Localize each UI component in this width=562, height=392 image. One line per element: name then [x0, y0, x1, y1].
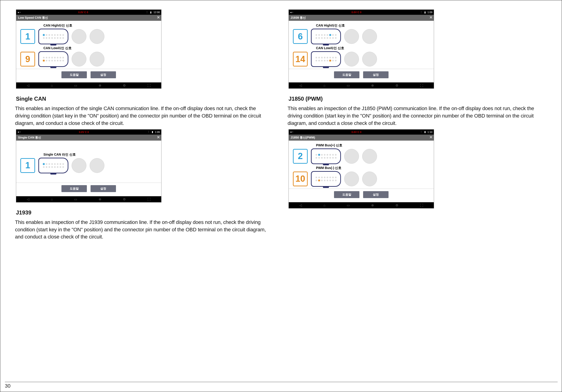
- indicator-circle[interactable]: [90, 29, 105, 44]
- pin-number-box[interactable]: 14: [293, 52, 308, 67]
- indicator-circle[interactable]: [72, 158, 86, 173]
- obd-connector-icon[interactable]: [38, 29, 68, 44]
- indicator-circle[interactable]: [344, 29, 359, 44]
- j1850-pwm-section: J1850 (PWM) This enables an inspection o…: [287, 96, 545, 208]
- indicator-circle[interactable]: [344, 52, 359, 67]
- indicator-circle[interactable]: [362, 52, 377, 67]
- android-nav-bar: ◁ ⌂ ▭ ⊕ ⚙ ⛶: [16, 196, 161, 202]
- indicator-circle[interactable]: [362, 29, 377, 44]
- obd-connector-icon[interactable]: [38, 51, 68, 67]
- section-heading: Single CAN: [16, 96, 273, 102]
- indicator-circle[interactable]: [362, 149, 377, 164]
- screenshot-single-can: ◂ ▫ 0.0V C 0 ⋮▮1:09 Single CAN 통신 ✕ Sing…: [16, 129, 162, 202]
- nav-home-icon[interactable]: ⌂: [323, 84, 325, 87]
- nav-expand-icon[interactable]: ⛶: [147, 197, 151, 201]
- section-body: This enables an inspection of the J1850 …: [287, 105, 545, 127]
- nav-expand-icon[interactable]: ⛶: [147, 84, 151, 87]
- pin-number-box[interactable]: 6: [293, 29, 308, 44]
- indicator-circle[interactable]: [72, 52, 86, 67]
- battery-icon: ▮: [424, 11, 426, 14]
- pin-number-box[interactable]: 10: [293, 172, 308, 186]
- low-speed-can-section: ◂ ▫ 0.0V C 0 ⋮▮12:00 Low Speed CAN 통신 ✕ …: [14, 10, 273, 89]
- nav-expand-icon[interactable]: ⛶: [420, 203, 423, 207]
- wifi-icon: ⋮: [147, 130, 150, 133]
- help-button[interactable]: 도움말: [334, 191, 359, 198]
- pin-number-box[interactable]: 2: [293, 149, 308, 164]
- nav-recent-icon[interactable]: ▭: [347, 203, 350, 207]
- signal-row-can-high: CAN High라인 신호 6: [293, 23, 430, 44]
- nav-back-icon[interactable]: ◁: [27, 84, 29, 87]
- indicator-circle[interactable]: [90, 52, 105, 67]
- indicator-circle[interactable]: [344, 172, 359, 186]
- close-icon[interactable]: ✕: [157, 135, 160, 139]
- nav-settings-icon[interactable]: ⚙: [396, 203, 398, 207]
- nav-grid-icon[interactable]: ⊕: [99, 197, 101, 201]
- wifi-icon: ⋮: [420, 130, 422, 133]
- signal-row-can-high: CAN High라인 신호 1: [20, 23, 157, 44]
- wifi-icon: ⋮: [420, 11, 422, 14]
- nav-home-icon[interactable]: ⌂: [51, 197, 53, 201]
- obd-connector-icon[interactable]: [311, 171, 341, 187]
- signal-row-can-low: CAN Low라인 신호 9: [20, 46, 157, 67]
- close-icon[interactable]: ✕: [429, 15, 433, 20]
- help-button[interactable]: 도움말: [334, 71, 359, 78]
- nav-home-icon[interactable]: ⌂: [323, 203, 325, 207]
- page-number: 30: [5, 382, 558, 389]
- help-button[interactable]: 도움말: [61, 185, 87, 192]
- signal-label: PWM Bus(+) 신호: [316, 143, 430, 148]
- nav-grid-icon[interactable]: ⊕: [99, 84, 101, 87]
- status-time: 1:09: [428, 11, 433, 14]
- title-bar: Single CAN 통신 ✕: [16, 135, 161, 141]
- indicator-circle[interactable]: [72, 29, 86, 44]
- nav-recent-icon[interactable]: ▭: [74, 84, 77, 87]
- status-bar: ◂ ▫ 0.0V C 0 ⋮▮1:09: [16, 129, 161, 135]
- nav-settings-icon[interactable]: ⚙: [123, 84, 126, 87]
- j1939-screenshot-section: ◂ ▫ 0.0V C 0 ⋮▮1:09 J1939 통신 ✕ CAN High라…: [287, 10, 545, 89]
- settings-button[interactable]: 설정: [363, 191, 388, 198]
- obd-connector-icon[interactable]: [38, 158, 68, 173]
- settings-button[interactable]: 설정: [91, 71, 116, 78]
- signal-row-pwm-plus: PWM Bus(+) 신호 2: [293, 143, 430, 164]
- obd-connector-icon[interactable]: [311, 29, 341, 44]
- indicator-circle[interactable]: [90, 158, 105, 173]
- j1939-section: J1939 This enables an inspection of the …: [14, 209, 273, 241]
- settings-button[interactable]: 설정: [91, 185, 116, 192]
- wifi-icon: ⋮: [146, 11, 148, 14]
- screen-title: J1939 통신: [291, 16, 306, 20]
- nav-settings-icon[interactable]: ⚙: [396, 84, 398, 87]
- nav-home-icon[interactable]: ⌂: [51, 84, 53, 87]
- signal-label: CAN High라인 신호: [316, 23, 430, 28]
- nav-back-icon[interactable]: ◁: [299, 203, 302, 207]
- nav-back-icon[interactable]: ◁: [27, 197, 29, 201]
- screenshot-j1939: ◂ ▫ 0.0V C 0 ⋮▮1:09 J1939 통신 ✕ CAN High라…: [289, 10, 434, 89]
- pin-number-box[interactable]: 9: [20, 52, 35, 67]
- nav-recent-icon[interactable]: ▭: [347, 84, 350, 87]
- nav-back-icon[interactable]: ◁: [299, 84, 302, 87]
- indicator-circle[interactable]: [362, 172, 377, 186]
- nav-grid-icon[interactable]: ⊕: [371, 203, 374, 207]
- nav-settings-icon[interactable]: ⚙: [123, 197, 126, 201]
- status-time: 12:00: [153, 11, 160, 14]
- settings-button[interactable]: 설정: [363, 71, 388, 78]
- title-bar: Low Speed CAN 통신 ✕: [16, 15, 161, 21]
- pin-number-box[interactable]: 1: [20, 158, 35, 173]
- nav-grid-icon[interactable]: ⊕: [371, 84, 374, 87]
- nav-recent-icon[interactable]: ▭: [74, 197, 77, 201]
- android-nav-bar: ◁ ⌂ ▭ ⊕ ⚙ ⛶: [16, 82, 161, 88]
- signal-label: Single CAN 라인 신호: [43, 153, 157, 157]
- voltage-indicator: 0.0V C 0: [351, 131, 362, 133]
- obd-connector-icon[interactable]: [311, 51, 341, 67]
- obd-connector-icon[interactable]: [311, 149, 341, 164]
- nav-expand-icon[interactable]: ⛶: [420, 84, 423, 87]
- status-bar: ◂ ▫ 0.0V C 0 ⋮▮12:00: [16, 10, 161, 15]
- voltage-indicator: 0.0V C 0: [351, 11, 362, 14]
- signal-row-single-can: Single CAN 라인 신호 1: [20, 153, 157, 173]
- help-button[interactable]: 도움말: [61, 71, 87, 78]
- status-time: 1:10: [428, 131, 433, 133]
- right-column: ◂ ▫ 0.0V C 0 ⋮▮1:09 J1939 통신 ✕ CAN High라…: [287, 10, 545, 247]
- close-icon[interactable]: ✕: [157, 15, 160, 20]
- battery-icon: ▮: [150, 11, 152, 14]
- pin-number-box[interactable]: 1: [20, 29, 35, 44]
- indicator-circle[interactable]: [344, 149, 359, 164]
- close-icon[interactable]: ✕: [429, 135, 433, 139]
